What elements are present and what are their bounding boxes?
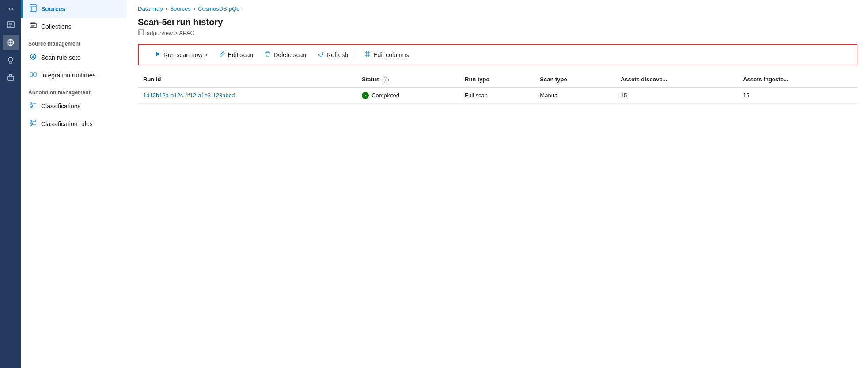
edit-scan-label: Edit scan [228,51,254,58]
col-run-type: Run type [459,73,534,87]
svg-rect-13 [30,106,32,108]
edit-columns-label: Edit columns [373,51,409,58]
status-info-icon[interactable]: i [383,77,389,83]
toolbar: Run scan now ▾ Edit scan Delete scan [138,44,857,65]
sidebar-scan-rule-sets-label: Scan rule sets [41,54,80,61]
classifications-icon [30,102,37,111]
cell-scan-type: Manual [534,87,615,104]
main-content: Data map › Sources › CosmosDB-pQc › Scan… [127,0,868,368]
status-label: Completed [371,92,399,99]
annotation-management-header: Annotation management [21,84,127,97]
expand-rail-button[interactable]: >> [5,4,16,15]
scan-rule-sets-icon [30,53,37,62]
run-id-link[interactable]: 1d12b12a-a12c-4f12-a1e3-123abcd [143,92,235,99]
breadcrumb-sep-3: › [242,6,244,12]
run-scan-now-button[interactable]: Run scan now ▾ [149,48,213,61]
table-header-row: Run id Status i Run type Scan type Asset… [138,73,857,87]
cell-assets-discovered: 15 [615,87,738,104]
sidebar-item-classifications[interactable]: Classifications [21,97,127,115]
svg-rect-14 [30,120,32,122]
subtitle-icon [138,29,144,37]
svg-rect-11 [34,73,36,76]
status-completed: ✓ Completed [362,92,454,99]
cell-assets-ingested: 15 [738,87,857,104]
delete-scan-icon [265,51,271,58]
svg-rect-10 [30,73,33,76]
svg-marker-17 [156,52,160,56]
sidebar-item-integration-runtimes[interactable]: Integration runtimes [21,66,127,84]
source-management-header: Source management [21,35,127,49]
run-scan-chevron-icon: ▾ [205,52,208,57]
classification-rules-icon [30,119,37,128]
scan-runs-table: Run id Status i Run type Scan type Asset… [138,73,857,104]
page-title: Scan-5ei run history [138,17,857,27]
breadcrumb: Data map › Sources › CosmosDB-pQc › [127,0,868,15]
svg-rect-16 [138,30,144,35]
toolbar-divider [356,50,356,60]
page-header: Scan-5ei run history adpurview > APAC [127,15,868,44]
sidebar-sources-label: Sources [41,5,65,12]
sidebar-item-classification-rules[interactable]: Classification rules [21,115,127,133]
edit-columns-button[interactable]: Edit columns [359,48,414,61]
insights-icon[interactable] [3,52,19,68]
sidebar-integration-runtimes-label: Integration runtimes [41,72,96,79]
delete-scan-button[interactable]: Delete scan [259,48,311,61]
col-scan-type: Scan type [534,73,615,87]
edit-columns-icon [364,51,371,58]
svg-rect-12 [30,103,32,104]
breadcrumb-sep-2: › [193,6,195,12]
sidebar-item-scan-rule-sets[interactable]: Scan rule sets [21,49,127,66]
col-assets-discovered: Assets discove... [615,73,738,87]
svg-point-3 [8,57,13,61]
breadcrumb-sources[interactable]: Sources [170,5,191,12]
sidebar-collections-label: Collections [41,23,71,30]
edit-scan-icon [219,51,225,58]
col-assets-ingested: Assets ingeste... [738,73,857,87]
col-run-id: Run id [138,73,356,87]
breadcrumb-cosmosdb[interactable]: CosmosDB-pQc [198,5,239,12]
icon-rail: >> [0,0,21,368]
cell-run-id: 1d12b12a-a12c-4f12-a1e3-123abcd [138,87,356,104]
management-icon[interactable] [3,70,19,86]
sidebar-classifications-label: Classifications [41,103,80,110]
refresh-button[interactable]: Refresh [312,48,353,61]
sidebar-classification-rules-label: Classification rules [41,120,93,127]
svg-rect-7 [31,23,35,23]
cell-run-type: Full scan [459,87,534,104]
svg-rect-15 [30,124,32,126]
breadcrumb-data-map[interactable]: Data map [138,5,163,12]
integration-runtimes-icon [30,71,37,80]
breadcrumb-sep-1: › [165,6,167,12]
edit-scan-button[interactable]: Edit scan [214,48,259,61]
data-map-icon[interactable] [3,34,19,50]
page-subtitle: adpurview > APAC [138,29,857,37]
status-completed-icon: ✓ [362,92,369,99]
table-row: 1d12b12a-a12c-4f12-a1e3-123abcd ✓ Comple… [138,87,857,104]
cell-status: ✓ Completed [356,87,459,104]
svg-rect-4 [8,76,14,80]
col-status: Status i [356,73,459,87]
sources-icon [30,4,37,13]
delete-scan-label: Delete scan [273,51,306,58]
run-scan-icon [155,51,161,58]
table-container: Run id Status i Run type Scan type Asset… [127,73,868,368]
sidebar-item-collections[interactable]: Collections [21,18,127,35]
sidebar-item-sources[interactable]: Sources [21,0,127,18]
data-catalog-icon[interactable] [3,17,19,33]
svg-rect-6 [30,23,36,28]
page-subtitle-text: adpurview > APAC [147,30,194,36]
svg-rect-5 [30,5,36,11]
refresh-label: Refresh [326,51,348,58]
sidebar: Sources Collections Source management Sc… [21,0,127,368]
run-scan-now-label: Run scan now [163,51,203,58]
collections-icon [30,22,37,31]
refresh-icon [318,51,324,58]
